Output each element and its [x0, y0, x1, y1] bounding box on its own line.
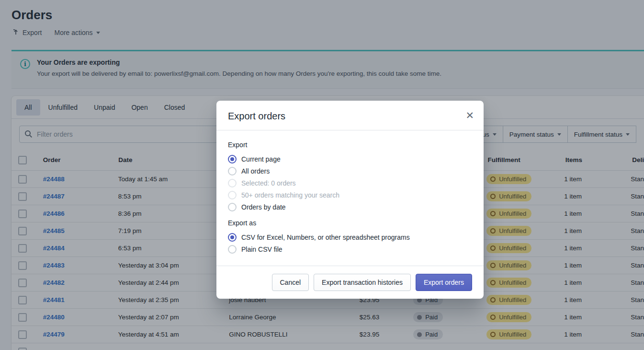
- radio-label: All orders: [241, 167, 270, 175]
- radio-icon: [228, 179, 237, 187]
- radio-icon: [228, 245, 237, 254]
- radio-option[interactable]: CSV for Excel, Numbers, or other spreads…: [228, 231, 472, 243]
- radio-option[interactable]: Orders by date: [228, 201, 472, 213]
- export-orders-button[interactable]: Export orders: [416, 274, 472, 291]
- cancel-button[interactable]: Cancel: [272, 274, 309, 291]
- radio-icon: [228, 191, 237, 199]
- export-as-options-group: CSV for Excel, Numbers, or other spreads…: [228, 231, 472, 255]
- radio-option[interactable]: All orders: [228, 165, 472, 177]
- radio-option: Selected: 0 orders: [228, 177, 472, 189]
- radio-label: Orders by date: [241, 203, 286, 211]
- radio-label: Selected: 0 orders: [241, 179, 296, 187]
- radio-option[interactable]: Plain CSV file: [228, 243, 472, 255]
- export-transaction-histories-button[interactable]: Export transaction histories: [314, 274, 411, 291]
- radio-icon: [228, 233, 237, 242]
- radio-option: 50+ orders matching your search: [228, 189, 472, 201]
- export-orders-modal: Export orders ✕ Export Current page All …: [216, 101, 484, 299]
- close-icon[interactable]: ✕: [465, 110, 474, 120]
- radio-label: Current page: [241, 155, 281, 163]
- export-group-label: Export: [228, 141, 472, 149]
- export-options-group: Current page All orders Selected: 0 orde…: [228, 153, 472, 213]
- radio-label: CSV for Excel, Numbers, or other spreads…: [241, 233, 410, 241]
- radio-option[interactable]: Current page: [228, 153, 472, 165]
- radio-icon: [228, 203, 237, 211]
- modal-title: Export orders: [228, 111, 472, 122]
- radio-label: 50+ orders matching your search: [241, 191, 339, 199]
- radio-icon: [228, 167, 237, 175]
- export-as-group-label: Export as: [228, 219, 472, 227]
- radio-icon: [228, 155, 237, 163]
- radio-label: Plain CSV file: [241, 245, 282, 253]
